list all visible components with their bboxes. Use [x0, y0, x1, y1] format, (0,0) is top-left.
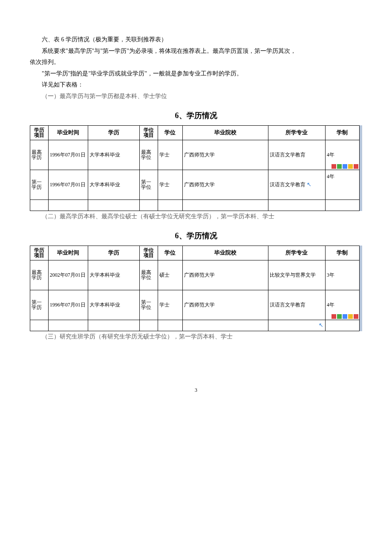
- move-down-icon[interactable]: [348, 314, 353, 319]
- edit-icon[interactable]: [337, 164, 342, 169]
- cell-major: 汉语言文学教育 ↖: [268, 170, 325, 199]
- cell-edu: 大学本科毕业: [88, 170, 139, 199]
- cell-edu: 大学本科毕业: [88, 290, 139, 320]
- cell-deg-item: 最高学位: [139, 260, 158, 290]
- paragraph-first-edu: "第一学历"指的是"毕业学历或就业学历"，一般就是参加专业工作时的学历。: [30, 68, 362, 80]
- th-major: 所学专业: [268, 246, 325, 260]
- move-up-icon[interactable]: [343, 164, 347, 169]
- sub-heading-3: （三）研究生班学历（有研究生学历无硕士学位），第一学历本科、学士: [30, 331, 362, 343]
- cell-deg-item: 第一学位: [139, 290, 158, 320]
- th-degree-item: 学位项目: [139, 125, 158, 140]
- move-up-icon[interactable]: [343, 314, 347, 319]
- cell-edu-item: 第一学历: [30, 170, 49, 199]
- education-table-1: 学历项目 毕业时间 学历 学位项目 学位 毕业院校 所学专业 学制 最高学历 1…: [30, 125, 360, 211]
- sub-heading-1: （一）最高学历与第一学历都是本科、学士学位: [30, 91, 362, 102]
- cell-edu-item: 最高学历: [30, 140, 49, 170]
- th-education: 学历: [88, 246, 139, 260]
- toolbar-icons[interactable]: [331, 164, 358, 169]
- paragraph-requirement-cont: 依次排列。: [30, 57, 362, 68]
- cell-time: 1996年07月01日: [48, 170, 88, 199]
- heading-6: 六、表 6 学历情况（极为重要，关联到推荐表）: [30, 34, 362, 46]
- cell-system: 4年: [325, 170, 359, 199]
- cell-school: 广西师范大学: [183, 260, 268, 290]
- th-degree: 学位: [158, 246, 183, 260]
- toolbar-icons[interactable]: [331, 314, 358, 319]
- th-edu-item: 学历项目: [30, 246, 49, 260]
- cell-edu: 大学本科毕业: [88, 260, 139, 290]
- cursor-icon: ↖: [307, 181, 311, 188]
- table-row: 最高学历 1996年07月01日 大学本科毕业 最高学位 学士 广西师范大学 汉…: [30, 140, 360, 170]
- cell-major: 汉语言文学教育: [268, 140, 325, 170]
- cell-school: 广西师范大学: [183, 290, 268, 320]
- move-down-icon[interactable]: [348, 164, 353, 169]
- th-grad-time: 毕业时间: [48, 125, 88, 140]
- cell-major: 比较文学与世界文学: [268, 260, 325, 290]
- sub-heading-2: （二）最高学历本科、最高学位硕士（有硕士学位无研究生学历），第一学历本科、学士: [30, 211, 362, 223]
- th-major: 所学专业: [268, 125, 325, 140]
- edit-icon[interactable]: [337, 314, 342, 319]
- cell-time: 1996年07月01日: [48, 140, 88, 170]
- th-school: 毕业院校: [183, 125, 268, 140]
- table-2-wrapper: 学历项目 毕业时间 学历 学位项目 学位 毕业院校 所学专业 学制 最高学历 2…: [30, 246, 362, 331]
- th-degree: 学位: [158, 125, 183, 140]
- cell-system: 3年: [325, 260, 359, 290]
- cell-system: 4年: [325, 140, 359, 170]
- table-row-empty: [30, 199, 360, 211]
- th-education: 学历: [88, 125, 139, 140]
- cell-time: 1996年07月01日: [48, 290, 88, 320]
- th-system: 学制: [325, 246, 359, 260]
- add-icon[interactable]: [331, 164, 336, 169]
- th-system: 学制: [325, 125, 359, 140]
- table-row: 最高学历 2002年07月01日 大学本科毕业 最高学位 硕士 广西师范大学 比…: [30, 260, 360, 290]
- paragraph-see-table: 详见如下表格：: [30, 79, 362, 91]
- table-1-wrapper: 学历项目 毕业时间 学历 学位项目 学位 毕业院校 所学专业 学制 最高学历 1…: [30, 125, 362, 211]
- th-school: 毕业院校: [183, 246, 268, 260]
- cell-edu-item: 最高学历: [30, 260, 49, 290]
- cell-degree: 硕士: [158, 260, 183, 290]
- table-row: 第一学历 1996年07月01日 大学本科毕业 第一学位 学士 广西师范大学 汉…: [30, 170, 360, 199]
- table-1-title: 6、学历情况: [30, 108, 362, 123]
- delete-icon[interactable]: [354, 164, 358, 169]
- cell-system: 4年: [325, 290, 359, 320]
- delete-icon[interactable]: [354, 314, 358, 319]
- cell-school: 广西师范大学: [183, 170, 268, 199]
- cell-deg-item: 最高学位: [139, 140, 158, 170]
- th-edu-item: 学历项目: [30, 125, 49, 140]
- cell-degree: 学士: [158, 290, 183, 320]
- system-text: 4年: [327, 152, 334, 158]
- cell-edu-item: 第一学历: [30, 290, 49, 320]
- education-table-2: 学历项目 毕业时间 学历 学位项目 学位 毕业院校 所学专业 学制 最高学历 2…: [30, 246, 360, 331]
- cursor-icon: ↖: [319, 320, 323, 331]
- cell-major: 汉语言文学教育: [268, 290, 325, 320]
- major-text: 汉语言文学教育: [270, 182, 306, 188]
- cell-edu: 大学本科毕业: [88, 140, 139, 170]
- system-text: 4年: [327, 302, 334, 308]
- table-row: 第一学历 1996年07月01日 大学本科毕业 第一学位 学士 广西师范大学 汉…: [30, 290, 360, 320]
- cell-time: 2002年07月01日: [48, 260, 88, 290]
- cell-school: 广西师范大学: [183, 140, 268, 170]
- cell-deg-item: 第一学位: [139, 170, 158, 199]
- add-icon[interactable]: [331, 314, 336, 319]
- table-row-empty: ↖: [30, 320, 360, 331]
- paragraph-requirement: 系统要求"最高学历"与"第一学历"为必录项，将体现在推荐表上。最高学历置顶，第一…: [30, 46, 362, 57]
- table-2-title: 6、学历情况: [30, 228, 362, 243]
- page-number: 3: [30, 385, 362, 395]
- th-degree-item: 学位项目: [139, 246, 158, 260]
- th-grad-time: 毕业时间: [48, 246, 88, 260]
- cell-degree: 学士: [158, 170, 183, 199]
- cell-degree: 学士: [158, 140, 183, 170]
